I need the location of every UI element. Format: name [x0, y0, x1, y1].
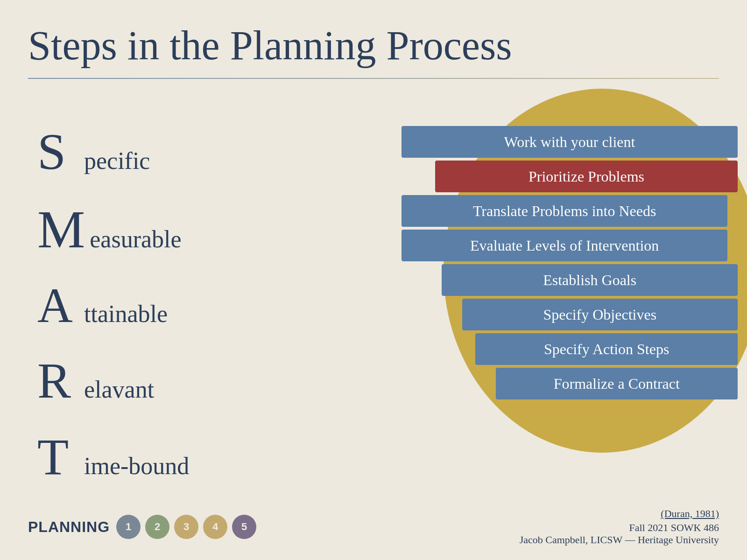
step-4: Evaluate Levels of Intervention	[402, 230, 727, 261]
smart-rest-m: easurable	[85, 225, 181, 257]
title-section: Steps in the Planning Process	[28, 23, 719, 79]
smart-section: S pecific M easurable A ttainable R elav…	[37, 126, 308, 508]
step-3: Translate Problems into Needs	[402, 195, 727, 227]
divider	[28, 78, 719, 79]
planning-text: PLANNING	[28, 518, 110, 536]
smart-letter-a: A	[37, 281, 79, 330]
smart-rest-t: ime-bound	[79, 452, 189, 483]
smart-rest-s: pecific	[79, 147, 150, 178]
citation-author: Jacob Campbell, LICSW — Heritage Univers…	[520, 534, 719, 546]
citation-course: Fall 2021 SOWK 486	[629, 522, 719, 533]
step-6: Specify Objectives	[462, 299, 738, 330]
bottom-section: PLANNING 1 2 3 4 5 (Duran, 1981) Fall 20…	[0, 508, 747, 546]
nav-circle-1[interactable]: 1	[116, 515, 141, 539]
citation-link[interactable]: (Duran, 1981)	[520, 508, 719, 520]
smart-rest-r: elavant	[79, 376, 154, 407]
nav-circle-3[interactable]: 3	[174, 515, 198, 539]
step-5: Establish Goals	[442, 264, 738, 296]
smart-letter-m: M	[37, 203, 85, 256]
smart-item-t: T ime-bound	[37, 431, 308, 483]
smart-letter-s: S	[37, 126, 79, 177]
nav-circle-2[interactable]: 2	[145, 515, 169, 539]
step-8: Formalize a Contract	[496, 368, 738, 399]
nav-circle-5[interactable]: 5	[232, 515, 256, 539]
citation-section: (Duran, 1981) Fall 2021 SOWK 486 Jacob C…	[520, 508, 719, 546]
smart-letter-r: R	[37, 356, 79, 406]
smart-item-r: R elavant	[37, 356, 308, 407]
step-2: Prioritize Problems	[435, 161, 738, 192]
steps-section: Work with your client Prioritize Problem…	[402, 126, 738, 402]
smart-rest-a: ttainable	[79, 300, 168, 331]
smart-letter-t: T	[37, 431, 79, 483]
nav-circle-4[interactable]: 4	[203, 515, 227, 539]
nav-circles: 1 2 3 4 5	[116, 515, 256, 539]
smart-item-a: A ttainable	[37, 281, 308, 331]
planning-label: PLANNING 1 2 3 4 5	[28, 515, 256, 539]
step-7: Specify Action Steps	[475, 333, 738, 365]
smart-item-m: M easurable	[37, 203, 308, 257]
page-title: Steps in the Planning Process	[28, 23, 719, 69]
step-1: Work with your client	[402, 126, 738, 158]
smart-item-s: S pecific	[37, 126, 308, 178]
